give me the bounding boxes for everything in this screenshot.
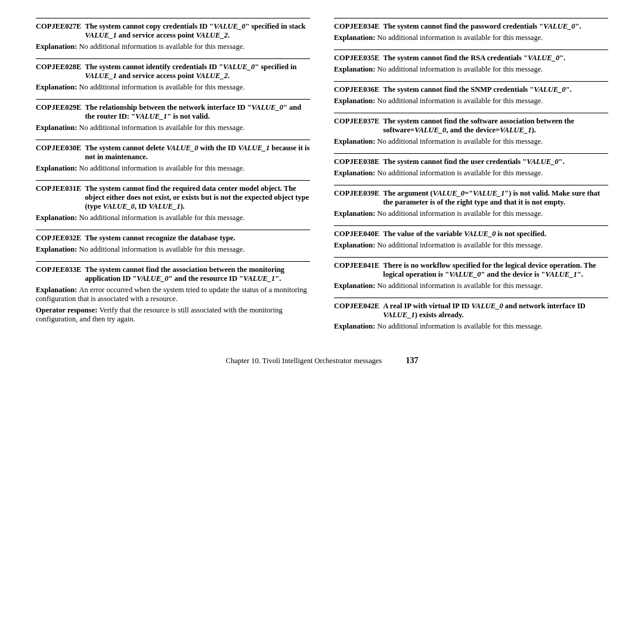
entry-title: COPJEE035EThe system cannot find the RSA…	[334, 54, 608, 63]
entry-block: COPJEE030EThe system cannot delete VALUE…	[36, 140, 310, 173]
entry-block: COPJEE041EThere is no workflow specified…	[334, 257, 608, 290]
explanation-text: Explanation: No additional information i…	[36, 245, 310, 254]
entry-message: The system cannot find the RSA credentia…	[383, 54, 565, 63]
entry-code: COPJEE036E	[334, 85, 379, 94]
footer-chapter-text: Chapter 10. Tivoli Intelligent Orchestra…	[226, 357, 382, 366]
entry-message: The relationship between the network int…	[85, 103, 310, 121]
entry-code: COPJEE039E	[334, 189, 379, 207]
entry-code: COPJEE027E	[36, 22, 81, 40]
entry-code: COPJEE031E	[36, 184, 81, 211]
entry-message: The argument (VALUE_0="VALUE_1") is not …	[383, 189, 608, 207]
entry-block: COPJEE035EThe system cannot find the RSA…	[334, 49, 608, 74]
explanation-label: Explanation:	[334, 281, 377, 290]
explanation-label: Explanation:	[36, 245, 79, 253]
entry-code: COPJEE032E	[36, 234, 81, 243]
entry-title: COPJEE029EThe relationship between the n…	[36, 103, 310, 121]
explanation-text: Explanation: No additional information i…	[334, 137, 608, 146]
entry-code: COPJEE030E	[36, 144, 81, 162]
entry-message: The system cannot recognize the database…	[85, 234, 235, 243]
entry-block: COPJEE034EThe system cannot find the pas…	[334, 18, 608, 42]
entry-block: COPJEE029EThe relationship between the n…	[36, 99, 310, 132]
explanation-text: Explanation: No additional information i…	[334, 33, 608, 42]
explanation-label: Explanation:	[334, 169, 377, 177]
entry-code: COPJEE034E	[334, 22, 379, 31]
entry-title: COPJEE027EThe system cannot copy credent…	[36, 22, 310, 40]
explanation-label: Explanation:	[36, 123, 79, 132]
entry-block: COPJEE028EThe system cannot identify cre…	[36, 58, 310, 92]
entry-message: The system cannot find the software asso…	[383, 117, 608, 135]
entry-code: COPJEE041E	[334, 261, 379, 279]
explanation-text: Explanation: No additional information i…	[334, 209, 608, 218]
entry-title: COPJEE028EThe system cannot identify cre…	[36, 63, 310, 80]
entry-message: The system cannot find the password cred…	[383, 22, 581, 31]
explanation-label: Explanation:	[334, 33, 377, 42]
page-footer: Chapter 10. Tivoli Intelligent Orchestra…	[36, 356, 608, 366]
entry-title: COPJEE030EThe system cannot delete VALUE…	[36, 144, 310, 162]
explanation-text: Explanation: No additional information i…	[36, 42, 310, 51]
explanation-label: Explanation:	[36, 164, 79, 172]
explanation-label: Explanation:	[334, 209, 377, 218]
explanation-text: Explanation: No additional information i…	[334, 169, 608, 178]
explanation-label: Explanation:	[36, 213, 79, 222]
entry-code: COPJEE042E	[334, 302, 379, 320]
entry-message: There is no workflow specified for the l…	[383, 261, 608, 279]
entry-code: COPJEE029E	[36, 103, 81, 121]
operator-label: Operator response:	[36, 306, 99, 314]
entry-title: COPJEE040EThe value of the variable VALU…	[334, 230, 608, 239]
entry-block: COPJEE036EThe system cannot find the SNM…	[334, 81, 608, 106]
footer-page-number: 137	[405, 356, 418, 366]
explanation-label: Explanation:	[334, 322, 377, 330]
entry-title: COPJEE036EThe system cannot find the SNM…	[334, 85, 608, 94]
entry-code: COPJEE040E	[334, 230, 379, 239]
entry-title: COPJEE038EThe system cannot find the use…	[334, 157, 608, 166]
entry-message: The system cannot copy credentials ID "V…	[85, 22, 310, 40]
entry-code: COPJEE028E	[36, 63, 81, 80]
entry-message: A real IP with virtual IP ID VALUE_0 and…	[383, 302, 608, 320]
entry-message: The system cannot find the required data…	[85, 184, 310, 211]
entry-title: COPJEE034EThe system cannot find the pas…	[334, 22, 608, 31]
entry-message: The system cannot identify credentials I…	[85, 63, 310, 80]
explanation-label: Explanation:	[334, 241, 377, 249]
explanation-text: Explanation: No additional information i…	[334, 65, 608, 74]
explanation-text: Explanation: No additional information i…	[334, 322, 608, 331]
entry-message: The system cannot delete VALUE_0 with th…	[85, 144, 310, 162]
explanation-label: Explanation:	[36, 42, 79, 51]
operator-response-text: Operator response: Verify that the resou…	[36, 306, 310, 324]
entry-title: COPJEE042EA real IP with virtual IP ID V…	[334, 302, 608, 320]
entry-code: COPJEE038E	[334, 157, 379, 166]
explanation-label: Explanation:	[36, 286, 79, 294]
entry-block: COPJEE040EThe value of the variable VALU…	[334, 225, 608, 250]
entry-code: COPJEE035E	[334, 54, 379, 63]
explanation-label: Explanation:	[334, 65, 377, 73]
explanation-text: Explanation: No additional information i…	[334, 97, 608, 106]
explanation-text: Explanation: No additional information i…	[36, 83, 310, 92]
entry-code: COPJEE033E	[36, 265, 81, 283]
explanation-text: Explanation: No additional information i…	[36, 164, 310, 173]
entry-title: COPJEE039EThe argument (VALUE_0="VALUE_1…	[334, 189, 608, 207]
entry-block: COPJEE031EThe system cannot find the req…	[36, 180, 310, 222]
entry-code: COPJEE037E	[334, 117, 379, 135]
entry-message: The system cannot find the SNMP credenti…	[383, 85, 571, 94]
entry-block: COPJEE042EA real IP with virtual IP ID V…	[334, 298, 608, 331]
explanation-label: Explanation:	[334, 97, 377, 105]
entry-block: COPJEE033EThe system cannot find the ass…	[36, 261, 310, 324]
left-column: COPJEE027EThe system cannot copy credent…	[36, 18, 310, 338]
entry-message: The system cannot find the association b…	[85, 265, 310, 283]
entry-block: COPJEE032EThe system cannot recognize th…	[36, 230, 310, 254]
entry-title: COPJEE033EThe system cannot find the ass…	[36, 265, 310, 283]
entry-message: The system cannot find the user credenti…	[383, 157, 564, 166]
explanation-text: Explanation: No additional information i…	[334, 241, 608, 250]
entry-block: COPJEE038EThe system cannot find the use…	[334, 153, 608, 178]
explanation-label: Explanation:	[36, 83, 79, 91]
entry-title: COPJEE037EThe system cannot find the sof…	[334, 117, 608, 135]
explanation-text: Explanation: No additional information i…	[36, 213, 310, 222]
right-column: COPJEE034EThe system cannot find the pas…	[334, 18, 608, 338]
entry-block: COPJEE039EThe argument (VALUE_0="VALUE_1…	[334, 185, 608, 218]
entry-title: COPJEE031EThe system cannot find the req…	[36, 184, 310, 211]
entry-title: COPJEE041EThere is no workflow specified…	[334, 261, 608, 279]
entry-block: COPJEE037EThe system cannot find the sof…	[334, 113, 608, 146]
main-content: COPJEE027EThe system cannot copy credent…	[36, 18, 608, 338]
explanation-text: Explanation: No additional information i…	[36, 123, 310, 132]
explanation-text: Explanation: No additional information i…	[334, 281, 608, 290]
explanation-label: Explanation:	[334, 137, 377, 145]
